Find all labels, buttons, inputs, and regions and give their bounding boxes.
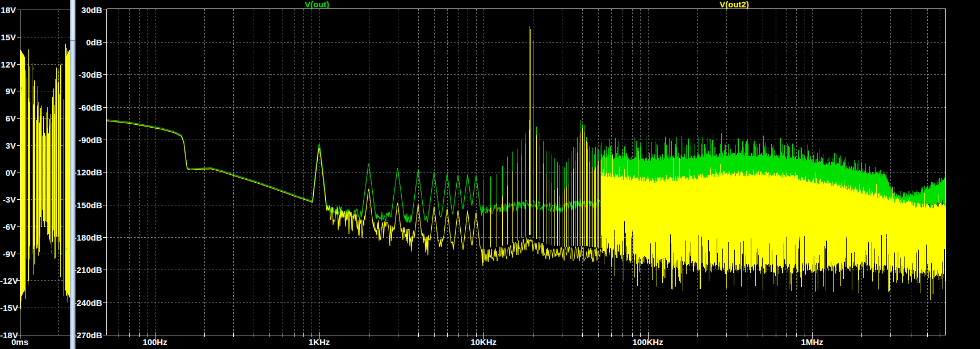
fft-x-tick-label: 1MHz bbox=[786, 338, 838, 346]
fft-y-tick-label: -60dB bbox=[62, 103, 102, 112]
fft-y-tick-label: -120dB bbox=[62, 168, 102, 176]
time-pane-y-tick-label: -6V bbox=[0, 222, 16, 231]
trace-label-vout2[interactable]: V(out2) bbox=[720, 1, 749, 9]
fft-y-tick-label: -240dB bbox=[62, 298, 102, 307]
trace-label-vout[interactable]: V(out) bbox=[305, 1, 329, 9]
fft-y-tick-label: -180dB bbox=[62, 233, 102, 242]
fft-y-tick-label: -90dB bbox=[62, 136, 102, 144]
ltspice-waveform-window: 18V15V12V9V6V3V0V-3V-6V-9V-12V-15V-18V0m… bbox=[0, 0, 980, 349]
scrollbar-thumb[interactable] bbox=[70, 0, 75, 41]
time-pane-y-tick-label: 15V bbox=[0, 33, 16, 41]
fft-y-tick-label: -150dB bbox=[62, 201, 102, 209]
time-pane-y-tick-label: -12V bbox=[0, 276, 16, 285]
plot-surface[interactable] bbox=[0, 0, 980, 349]
fft-x-tick-label: 10KHz bbox=[458, 338, 509, 346]
pane-divider-scrollbar[interactable] bbox=[70, 0, 75, 349]
fft-y-tick-label: -30dB bbox=[62, 70, 102, 79]
time-pane-y-tick-label: 0V bbox=[0, 169, 16, 177]
time-pane-y-tick-label: -15V bbox=[0, 304, 16, 312]
fft-x-tick-label: 100Hz bbox=[129, 338, 180, 346]
fft-x-tick-label: 1KHz bbox=[294, 338, 345, 346]
fft-x-tick-label: 100KHz bbox=[623, 338, 674, 346]
time-pane-y-tick-label: 3V bbox=[0, 141, 16, 150]
time-pane-y-tick-label: -9V bbox=[0, 250, 16, 258]
fft-y-tick-label: 30dB bbox=[62, 6, 102, 14]
fft-y-tick-label: -210dB bbox=[62, 266, 102, 274]
time-pane-y-tick-label: 18V bbox=[0, 6, 16, 14]
time-pane-y-tick-label: -3V bbox=[0, 195, 16, 204]
time-pane-y-tick-label: 6V bbox=[0, 114, 16, 123]
time-pane-y-tick-label: 9V bbox=[0, 87, 16, 95]
fft-y-tick-label: 0dB bbox=[62, 38, 102, 47]
time-pane-x-tick-label: 0ms bbox=[9, 338, 31, 346]
time-pane-y-tick-label: 12V bbox=[0, 60, 16, 69]
fft-y-tick-label: -270dB bbox=[62, 331, 102, 339]
